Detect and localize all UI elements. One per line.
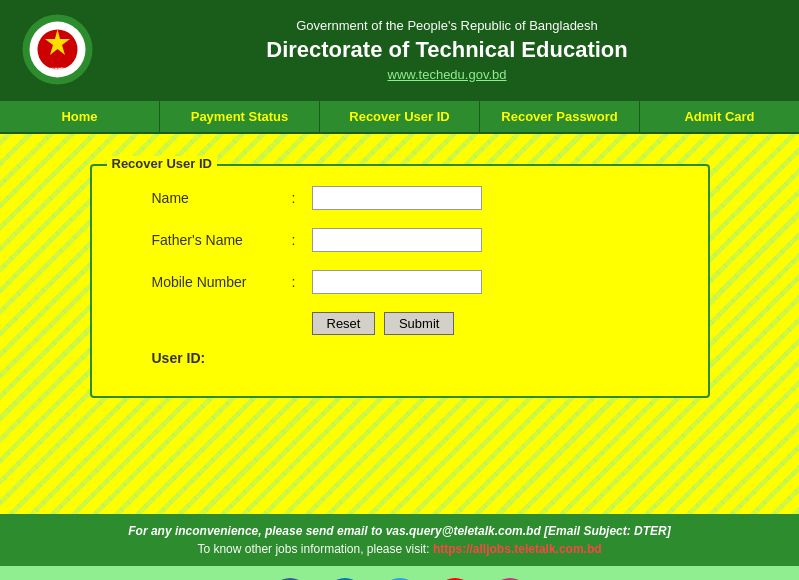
mobile-number-input[interactable]: [312, 270, 482, 294]
name-row: Name :: [152, 186, 678, 210]
nav-item-home[interactable]: Home: [0, 101, 160, 132]
mobile-number-colon: :: [292, 274, 312, 290]
name-colon: :: [292, 190, 312, 206]
user-id-label: User ID:: [152, 350, 206, 366]
submit-button[interactable]: Submit: [384, 312, 454, 335]
footer-jobs-text: To know other jobs information, please v…: [20, 542, 779, 556]
button-row: Reset Submit: [312, 312, 678, 335]
header-text-block: Government of the People's Republic of B…: [115, 18, 779, 82]
nav-item-recover-user-id[interactable]: Recover User ID: [320, 101, 480, 132]
name-label: Name: [152, 190, 292, 206]
footer: For any inconvenience, please send email…: [0, 514, 799, 566]
nav-item-recover-password[interactable]: Recover Password: [480, 101, 640, 132]
header-main-title: Directorate of Technical Education: [115, 37, 779, 63]
header: সরকার Government of the People's Republi…: [0, 0, 799, 99]
header-subtitle: Government of the People's Republic of B…: [115, 18, 779, 33]
social-bar: f in t ▶ ◎: [0, 566, 799, 580]
navigation: Home Payment Status Recover User ID Reco…: [0, 99, 799, 134]
logo-icon: সরকার: [20, 12, 95, 87]
nav-item-payment-status[interactable]: Payment Status: [160, 101, 320, 132]
nav-item-admit-card[interactable]: Admit Card: [640, 101, 799, 132]
svg-text:সরকার: সরকার: [50, 66, 66, 73]
reset-button[interactable]: Reset: [312, 312, 376, 335]
fathers-name-input[interactable]: [312, 228, 482, 252]
fathers-name-colon: :: [292, 232, 312, 248]
form-title: Recover User ID: [107, 156, 217, 171]
header-website[interactable]: www.techedu.gov.bd: [115, 67, 779, 82]
mobile-number-row: Mobile Number :: [152, 270, 678, 294]
user-id-display: User ID:: [152, 350, 678, 366]
footer-jobs-link[interactable]: https://alljobs.teletalk.com.bd: [433, 542, 602, 556]
recover-user-id-form-box: Recover User ID Name : Father's Name : M…: [90, 164, 710, 398]
main-content: Recover User ID Name : Father's Name : M…: [0, 134, 799, 514]
mobile-number-label: Mobile Number: [152, 274, 292, 290]
footer-email-text: For any inconvenience, please send email…: [20, 524, 779, 538]
fathers-name-label: Father's Name: [152, 232, 292, 248]
name-input[interactable]: [312, 186, 482, 210]
fathers-name-row: Father's Name :: [152, 228, 678, 252]
